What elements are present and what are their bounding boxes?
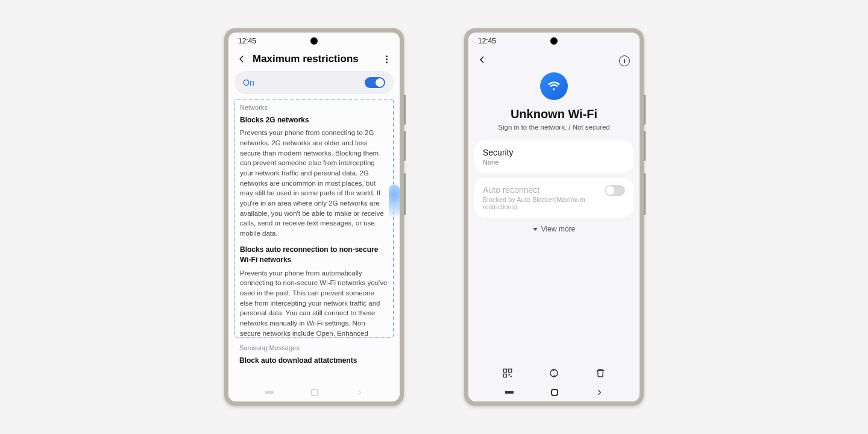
status-time: 12:45: [238, 37, 256, 45]
status-bar: 12:45: [468, 33, 640, 49]
auto-reconnect-toggle: [605, 185, 625, 196]
camera-notch: [310, 37, 318, 45]
power-button[interactable]: [404, 173, 406, 215]
svg-rect-0: [503, 369, 506, 372]
app-bar: i: [468, 49, 640, 70]
screen-left: 12:45 Maximum restrictions On Networks B…: [228, 33, 400, 401]
volume-up-button[interactable]: [404, 95, 406, 125]
phone-frame-right: 12:45 i Unknown Wi-Fi Sign in to the net…: [464, 28, 644, 406]
content-scroll[interactable]: Networks Blocks 2G networks Prevents you…: [228, 94, 400, 383]
wifi-icon: [547, 79, 561, 93]
nav-back-button[interactable]: [596, 389, 603, 396]
chevron-left-icon: [237, 55, 246, 63]
phone-frame-left: 12:45 Maximum restrictions On Networks B…: [224, 28, 404, 406]
security-title: Security: [483, 148, 625, 157]
nav-home-button[interactable]: [551, 389, 558, 396]
power-button[interactable]: [644, 173, 646, 215]
status-time: 12:45: [478, 37, 496, 45]
nav-back-button[interactable]: [356, 389, 363, 396]
samsung-messages-section: Samsung Messages Block auto download att…: [234, 344, 394, 366]
scroll-indicator[interactable]: [389, 184, 400, 218]
nav-home-button[interactable]: [311, 389, 318, 396]
bottom-action-bar: [468, 363, 640, 383]
section-label-networks: Networks: [240, 103, 388, 113]
item-body-wifi: Prevents your phone from automatically c…: [240, 268, 388, 338]
wifi-icon-circle: [540, 72, 568, 100]
master-toggle-label: On: [243, 78, 254, 87]
item-title-2g: Blocks 2G networks: [240, 115, 388, 125]
page-title: Maximum restrictions: [253, 53, 382, 65]
nav-recents-button[interactable]: [265, 391, 274, 394]
wifi-network-status: Sign in to the network. / Not secured: [498, 124, 609, 131]
back-button[interactable]: [236, 55, 248, 63]
master-toggle[interactable]: [365, 77, 385, 88]
app-bar: Maximum restrictions: [228, 49, 400, 71]
svg-rect-1: [508, 369, 511, 372]
system-nav-bar: [228, 383, 400, 401]
security-value: None: [483, 159, 591, 166]
delete-button[interactable]: [594, 366, 607, 380]
master-toggle-row[interactable]: On: [234, 71, 394, 94]
auto-reconnect-card: Auto reconnect Blocked by Auto Blocker(M…: [474, 178, 634, 218]
nav-recents-button[interactable]: [505, 391, 514, 394]
item-title-attachments: Block auto download attatctments: [239, 356, 389, 366]
item-title-wifi: Blocks auto reconnection to non-secure W…: [240, 245, 388, 266]
more-vert-icon: [386, 55, 388, 63]
security-card[interactable]: Security None: [474, 140, 634, 173]
wifi-hero: Unknown Wi-Fi Sign in to the network. / …: [468, 70, 640, 140]
info-icon: i: [624, 58, 626, 64]
view-more-button[interactable]: View more: [468, 218, 640, 241]
qr-code-button[interactable]: [501, 366, 514, 380]
system-nav-bar: [468, 383, 640, 401]
volume-down-button[interactable]: [644, 131, 646, 161]
qr-code-icon: [502, 368, 513, 379]
sync-button[interactable]: [547, 366, 561, 380]
networks-section-highlight: Networks Blocks 2G networks Prevents you…: [234, 99, 394, 338]
status-bar: 12:45: [228, 33, 400, 49]
svg-rect-2: [503, 374, 506, 377]
more-menu-button[interactable]: [382, 55, 391, 63]
svg-rect-3: [508, 374, 509, 376]
volume-up-button[interactable]: [644, 95, 646, 125]
sync-icon: [549, 368, 559, 379]
svg-rect-4: [510, 376, 511, 377]
wifi-details-cards: Security None Auto reconnect Blocked by …: [468, 140, 640, 218]
wifi-network-name: Unknown Wi-Fi: [511, 107, 597, 121]
screen-right: 12:45 i Unknown Wi-Fi Sign in to the net…: [468, 33, 640, 401]
camera-notch: [550, 37, 558, 45]
chevron-down-icon: [533, 228, 538, 231]
volume-down-button[interactable]: [404, 131, 406, 161]
info-button[interactable]: i: [619, 55, 630, 66]
back-button[interactable]: [478, 55, 486, 66]
section-label-messages: Samsung Messages: [239, 344, 389, 353]
chevron-left-icon: [478, 55, 486, 64]
item-body-2g: Prevents your phone from connecting to 2…: [240, 128, 388, 238]
view-more-label: View more: [541, 225, 575, 233]
auto-reconnect-sub: Blocked by Auto Blocker(Maximum restrict…: [483, 196, 591, 210]
trash-icon: [595, 368, 606, 379]
auto-reconnect-title: Auto reconnect: [483, 185, 591, 195]
